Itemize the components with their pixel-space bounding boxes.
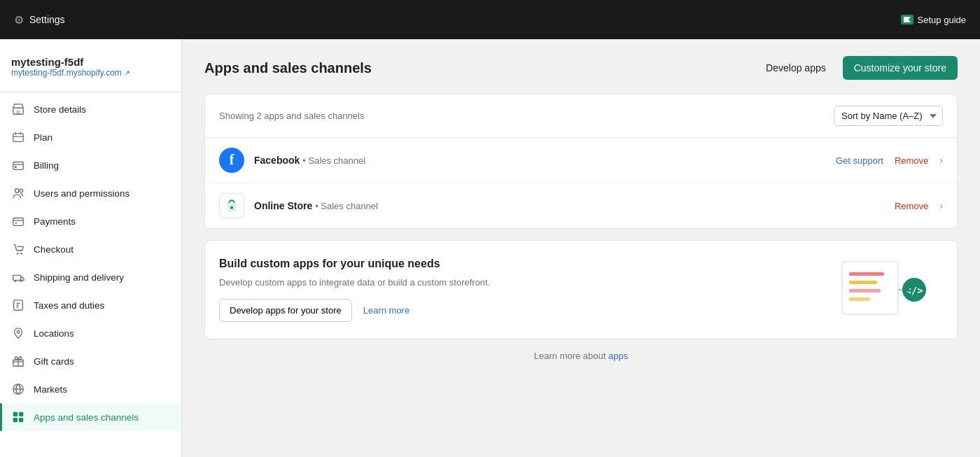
svg-point-11 xyxy=(15,281,17,283)
sidebar-label-plan: Plan xyxy=(34,132,52,143)
shipping-icon xyxy=(11,270,25,284)
sidebar-item-plan[interactable]: Plan xyxy=(0,123,181,151)
sidebar-divider xyxy=(0,92,181,92)
online-store-app-type: • Sales channel xyxy=(315,201,378,211)
settings-gear-icon: ⚙ xyxy=(14,13,24,27)
develop-apps-button[interactable]: Develop apps xyxy=(757,57,834,79)
sidebar-label-store-details: Store details xyxy=(34,104,86,115)
sidebar-label-billing: Billing xyxy=(34,160,59,171)
online-store-logo xyxy=(219,193,244,218)
svg-rect-10 xyxy=(13,275,21,280)
sidebar-item-apps-sales-channels[interactable]: Apps and sales channels xyxy=(0,403,181,431)
users-icon xyxy=(11,186,25,200)
custom-section-title: Build custom apps for your unique needs xyxy=(219,258,695,270)
svg-rect-7 xyxy=(13,218,23,226)
custom-section: Build custom apps for your unique needs … xyxy=(205,241,957,339)
svg-point-12 xyxy=(20,281,22,283)
sidebar: mytesting-f5df mytesting-f5df.myshopify.… xyxy=(0,39,182,457)
svg-rect-17 xyxy=(13,412,18,416)
sidebar-label-gift-cards: Gift cards xyxy=(34,356,74,367)
develop-apps-store-button[interactable]: Develop apps for your store xyxy=(219,299,352,322)
payments-icon xyxy=(11,214,25,228)
sidebar-item-shipping[interactable]: Shipping and delivery xyxy=(0,263,181,291)
store-url-link[interactable]: mytesting-f5df.myshopify.com ↗ xyxy=(11,68,170,78)
svg-point-9 xyxy=(20,253,22,255)
online-store-chevron-icon: › xyxy=(939,200,943,211)
app-row-facebook[interactable]: f Facebook • Sales channel Get support R… xyxy=(205,138,957,183)
sidebar-label-checkout: Checkout xyxy=(34,244,74,255)
facebook-app-actions: Get support Remove › xyxy=(836,155,943,166)
store-icon xyxy=(11,102,25,116)
svg-rect-20 xyxy=(19,418,23,422)
sidebar-item-taxes[interactable]: Taxes and duties xyxy=(0,291,181,319)
sidebar-label-taxes: Taxes and duties xyxy=(34,300,104,311)
facebook-get-support-link[interactable]: Get support xyxy=(836,155,883,166)
learn-more-bottom: Learn more about apps xyxy=(204,351,958,361)
setup-guide-button[interactable]: Setup guide xyxy=(901,15,966,25)
page-header: Apps and sales channels Develop apps Cus… xyxy=(204,56,958,80)
locations-icon xyxy=(11,326,25,340)
store-info: mytesting-f5df mytesting-f5df.myshopify.… xyxy=(0,50,181,89)
svg-rect-18 xyxy=(19,412,23,416)
sidebar-label-payments: Payments xyxy=(34,216,76,227)
markets-icon xyxy=(11,382,25,396)
svg-rect-3 xyxy=(13,162,23,170)
apps-icon xyxy=(11,410,25,424)
custom-section-description: Develop custom apps to integrate data or… xyxy=(219,277,695,288)
checkout-icon xyxy=(11,242,25,256)
sidebar-label-apps: Apps and sales channels xyxy=(34,412,139,423)
sidebar-item-gift-cards[interactable]: Gift cards xyxy=(0,347,181,375)
facebook-app-info: Facebook • Sales channel xyxy=(254,155,836,166)
svg-point-4 xyxy=(15,167,17,168)
sidebar-item-checkout[interactable]: Checkout xyxy=(0,235,181,263)
app-row-online-store[interactable]: Online Store • Sales channel Remove › xyxy=(205,183,957,228)
sidebar-item-users-permissions[interactable]: Users and permissions xyxy=(0,179,181,207)
setup-guide-label: Setup guide xyxy=(918,15,966,25)
svg-rect-25 xyxy=(849,289,881,293)
plan-icon xyxy=(11,130,25,144)
svg-point-5 xyxy=(15,189,19,192)
flag-icon xyxy=(901,15,913,24)
gift-icon xyxy=(11,354,25,368)
sidebar-item-payments[interactable]: Payments xyxy=(0,207,181,235)
online-store-remove-link[interactable]: Remove xyxy=(895,201,928,211)
billing-icon xyxy=(11,158,25,172)
facebook-remove-link[interactable]: Remove xyxy=(895,155,928,166)
svg-rect-19 xyxy=(13,418,18,422)
sidebar-label-locations: Locations xyxy=(34,328,74,339)
store-name: mytesting-f5df xyxy=(11,56,170,68)
sidebar-item-store-details[interactable]: Store details xyxy=(0,95,181,123)
apps-count: Showing 2 apps and sales channels xyxy=(219,111,364,121)
custom-section-inner: Build custom apps for your unique needs … xyxy=(219,258,943,322)
sidebar-item-markets[interactable]: Markets xyxy=(0,375,181,403)
custom-actions: Develop apps for your store Learn more xyxy=(219,299,695,322)
custom-apps-card: Build custom apps for your unique needs … xyxy=(204,240,958,339)
sidebar-label-markets: Markets xyxy=(34,384,67,395)
layout: mytesting-f5df mytesting-f5df.myshopify.… xyxy=(0,39,980,457)
online-store-app-info: Online Store • Sales channel xyxy=(254,200,895,211)
sort-select[interactable]: Sort by Name (A–Z) xyxy=(834,106,943,126)
online-store-app-name: Online Store xyxy=(254,200,312,211)
svg-point-30 xyxy=(905,288,909,292)
svg-rect-23 xyxy=(849,272,884,276)
sidebar-item-billing[interactable]: Billing xyxy=(0,151,181,179)
apps-header: Showing 2 apps and sales channels Sort b… xyxy=(205,94,957,138)
external-link-icon: ↗ xyxy=(124,69,130,78)
main-content: Apps and sales channels Develop apps Cus… xyxy=(182,39,980,457)
online-store-app-actions: Remove › xyxy=(895,200,943,211)
facebook-app-name: Facebook xyxy=(254,155,300,166)
sidebar-item-locations[interactable]: Locations xyxy=(0,319,181,347)
apps-footer-link[interactable]: apps xyxy=(608,351,628,361)
page-actions: Develop apps Customize your store xyxy=(757,56,958,80)
apps-list-card: Showing 2 apps and sales channels Sort b… xyxy=(204,94,958,229)
customize-store-button[interactable]: Customize your store xyxy=(843,56,958,80)
topbar-settings-label: Settings xyxy=(29,14,65,25)
svg-point-8 xyxy=(17,253,19,255)
learn-more-link[interactable]: Learn more xyxy=(363,305,410,316)
facebook-chevron-icon: › xyxy=(939,155,943,166)
svg-rect-21 xyxy=(230,206,233,209)
facebook-logo: f xyxy=(219,148,244,173)
svg-rect-22 xyxy=(842,262,898,314)
svg-rect-2 xyxy=(13,134,23,142)
topbar: ⚙ Settings Setup guide xyxy=(0,0,980,39)
